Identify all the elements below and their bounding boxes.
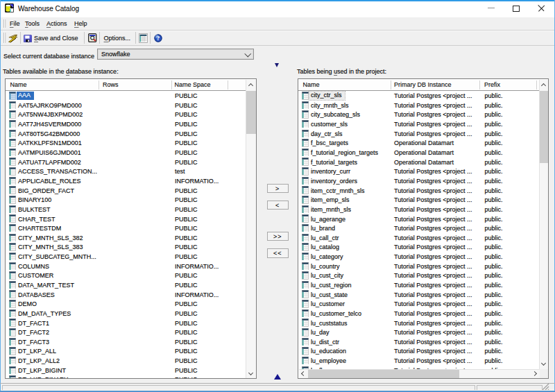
svg-text:?: ? (156, 35, 160, 42)
